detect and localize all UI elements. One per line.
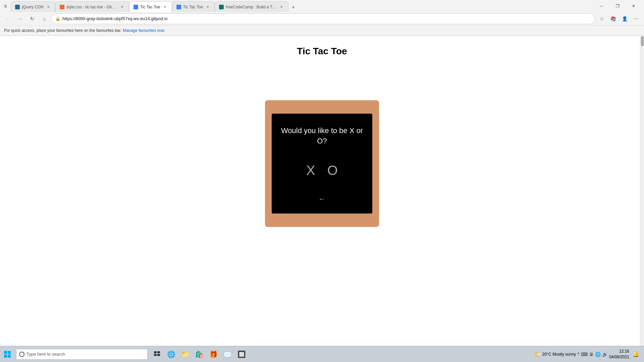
lock-icon: 🔒 [55,16,60,21]
game-card-outer: Would you like to be X or O? X O ← [265,100,379,227]
tab-label-gitpod-css: style.css - tic-tac-toe - Gitpod C... [66,5,117,9]
svg-rect-0 [154,351,157,353]
tab-close-jquery[interactable]: ✕ [46,4,51,10]
windows-logo-icon [4,351,11,358]
tab-freecodecamp[interactable]: freeCodeCamp : Build a Tic Tac ... ✕ [215,1,288,12]
tab-label-jquery: jQuery CDN [22,5,44,9]
tab-jquery[interactable]: jQuery CDN ✕ [11,1,55,12]
search-icon [19,352,24,357]
tray-display-icon[interactable]: 🖥 [589,352,594,357]
tab-close-ttt2[interactable]: ✕ [205,4,210,10]
forward-button[interactable]: → [15,13,25,24]
page-title: Tic Tac Toe [297,46,347,57]
back-arrow-button[interactable]: ← [318,195,326,203]
tray-volume-icon[interactable]: 🔊 [602,352,608,357]
favorites-text: For quick access, place your favourites … [4,28,121,33]
search-placeholder: Type here to search [26,352,145,357]
tab-favicon-jquery [15,5,20,9]
manage-favorites-link[interactable]: Manage favourites now [123,28,164,33]
window-controls-right: ─ ❒ ✕ [594,0,641,12]
taskbar: Type here to search 🌐 📁 🛍️ 🎁 ✉️ 🔲 🌤️ 20°… [0,346,644,362]
edge-icon[interactable]: 🌐 [164,346,178,362]
tab-label-ttt2: Tic Tac Toe [183,5,203,9]
browser-content: Tic Tac Toe Would you like to be X or O?… [0,36,644,346]
svg-rect-1 [157,351,160,353]
tab-favicon-freecodecamp [219,5,224,9]
store-icon[interactable]: 🛍️ [193,346,206,362]
mail-icon[interactable]: ✉️ [221,346,234,362]
favorites-bar: For quick access, place your favourites … [0,25,644,36]
tray-network-icon[interactable]: 🌐 [595,352,601,357]
clock[interactable]: 12:16 04/08/2021 [609,349,629,360]
restore-button[interactable]: ❒ [610,0,625,12]
browser-chrome: ☰ jQuery CDN ✕ style.css - tic-tac-toe -… [0,0,644,36]
task-view-icon[interactable] [150,346,164,362]
sidebar-toggle-btn[interactable]: ☰ [3,3,8,9]
tab-label-freecodecamp: freeCodeCamp : Build a Tic Tac ... [226,5,277,9]
tab-favicon-gitpod [60,5,64,9]
choice-row: X O [306,163,338,178]
weather-icon: 🌤️ [534,351,541,358]
address-text: https://8000-gray-bobolink-ubpf57sq.ws-e… [62,16,591,21]
favorites-icon[interactable]: ☆ [596,13,607,24]
tab-ttt2[interactable]: Tic Tac Toe ✕ [172,1,215,12]
tab-favicon-ttt2 [176,5,181,9]
tabs-container: jQuery CDN ✕ style.css - tic-tac-toe - G… [11,0,591,12]
clock-date: 04/08/2021 [609,354,629,360]
file-explorer-icon[interactable]: 📁 [178,346,192,362]
office-icon[interactable]: 🔲 [235,346,248,362]
scrollbar[interactable] [640,36,644,346]
tab-ttt1[interactable]: Tic Tac Toe ✕ [129,1,172,12]
choice-o-button[interactable]: O [327,163,338,178]
weather-widget[interactable]: 🌤️ 20°C Mostly sunny [534,351,576,358]
taskbar-icons: 🌐 📁 🛍️ 🎁 ✉️ 🔲 [150,346,248,362]
tab-close-gitpod-css[interactable]: ✕ [119,4,125,10]
tray-keyboard-icon[interactable]: ⌨ [581,352,588,357]
title-bar: ☰ jQuery CDN ✕ style.css - tic-tac-toe -… [0,0,644,12]
profile-icon[interactable]: 👤 [619,13,630,24]
start-button[interactable] [0,346,15,362]
tray-chevron-icon[interactable]: ^ [577,352,580,357]
minimize-button[interactable]: ─ [594,0,609,12]
gift-icon[interactable]: 🎁 [207,346,220,362]
refresh-button[interactable]: ↻ [27,13,38,24]
new-tab-button[interactable]: + [288,3,298,12]
weather-desc: Mostly sunny [552,352,576,357]
window-controls-left: ☰ [3,3,8,9]
nav-actions: ☆ 📚 👤 ⋯ [596,13,641,24]
taskbar-search[interactable]: Type here to search [16,349,148,360]
tab-label-ttt1: Tic Tac Toe [140,5,160,9]
back-button[interactable]: ← [3,13,13,24]
tab-close-ttt1[interactable]: ✕ [162,4,168,10]
collections-icon[interactable]: 📚 [608,13,619,24]
nav-bar: ← → ↻ ⌂ 🔒 https://8000-gray-bobolink-ubp… [0,12,644,25]
clock-time: 12:16 [609,349,629,354]
tab-close-freecodecamp[interactable]: ✕ [279,4,284,10]
notification-button[interactable]: 🔔 [631,346,641,362]
scrollbar-thumb[interactable] [641,36,644,46]
tab-gitpod-css[interactable]: style.css - tic-tac-toe - Gitpod C... ✕ [55,1,129,12]
close-button[interactable]: ✕ [626,0,641,12]
system-tray: ^ ⌨ 🖥 🌐 🔊 [577,352,608,357]
choice-x-button[interactable]: X [306,163,315,178]
weather-temp: 20°C [542,352,551,357]
svg-rect-3 [157,354,160,356]
taskbar-right: 🌤️ 20°C Mostly sunny ^ ⌨ 🖥 🌐 🔊 12:16 04/… [534,346,644,362]
home-button[interactable]: ⌂ [39,13,50,24]
svg-rect-2 [154,354,157,356]
address-bar[interactable]: 🔒 https://8000-gray-bobolink-ubpf57sq.ws… [51,13,595,24]
game-prompt: Would you like to be X or O? [278,126,366,146]
settings-icon[interactable]: ⋯ [631,13,641,24]
tab-favicon-ttt1 [133,5,138,9]
game-card-inner: Would you like to be X or O? X O ← [272,114,372,214]
